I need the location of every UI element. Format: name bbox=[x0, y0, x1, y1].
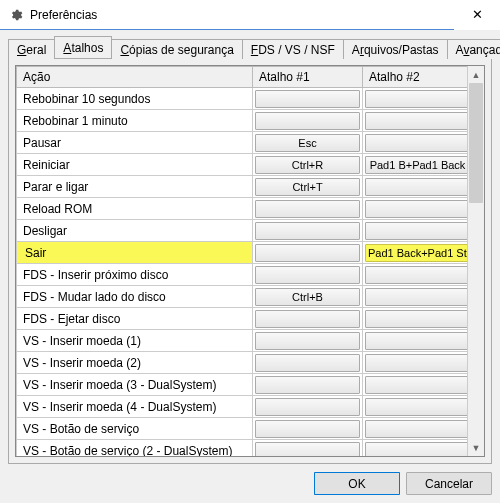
table-row[interactable]: Reload ROM bbox=[17, 198, 468, 220]
tab-2[interactable]: Cópias de segurança bbox=[111, 39, 242, 59]
shortcut1-cell[interactable] bbox=[253, 374, 363, 396]
shortcut2-cell[interactable]: Pad1 Back+Pad1 Start bbox=[363, 242, 468, 264]
shortcut2-cell[interactable] bbox=[363, 396, 468, 418]
shortcut-button[interactable] bbox=[365, 354, 467, 372]
shortcut-button[interactable]: Ctrl+T bbox=[255, 178, 360, 196]
shortcut-button[interactable] bbox=[255, 398, 360, 416]
shortcut2-cell[interactable] bbox=[363, 330, 468, 352]
table-row[interactable]: FDS - Ejetar disco bbox=[17, 308, 468, 330]
scroll-up-arrow[interactable]: ▲ bbox=[468, 66, 484, 83]
shortcut2-cell[interactable] bbox=[363, 440, 468, 457]
shortcut-button[interactable] bbox=[255, 354, 360, 372]
vertical-scrollbar[interactable]: ▲ ▼ bbox=[467, 66, 484, 456]
shortcut2-cell[interactable] bbox=[363, 374, 468, 396]
shortcut-button[interactable]: Esc bbox=[255, 134, 360, 152]
shortcut-button[interactable] bbox=[255, 200, 360, 218]
table-row[interactable]: VS - Botão de serviço (2 - DualSystem) bbox=[17, 440, 468, 457]
shortcut-button[interactable] bbox=[365, 376, 467, 394]
table-row[interactable]: Desligar bbox=[17, 220, 468, 242]
shortcut-button[interactable] bbox=[365, 222, 467, 240]
col-action[interactable]: Ação bbox=[17, 67, 253, 88]
shortcut1-cell[interactable] bbox=[253, 264, 363, 286]
shortcut1-cell[interactable]: Ctrl+B bbox=[253, 286, 363, 308]
shortcut-button[interactable] bbox=[255, 222, 360, 240]
shortcut-button[interactable] bbox=[365, 178, 467, 196]
shortcut-button[interactable] bbox=[365, 134, 467, 152]
shortcut-button[interactable]: Ctrl+R bbox=[255, 156, 360, 174]
shortcut2-cell[interactable] bbox=[363, 308, 468, 330]
tab-5[interactable]: Avançado bbox=[447, 39, 500, 59]
table-row[interactable]: VS - Inserir moeda (1) bbox=[17, 330, 468, 352]
col-shortcut2[interactable]: Atalho #2 bbox=[363, 67, 468, 88]
shortcut2-cell[interactable] bbox=[363, 418, 468, 440]
shortcut2-cell[interactable] bbox=[363, 88, 468, 110]
shortcut-button[interactable] bbox=[365, 90, 467, 108]
tab-3[interactable]: FDS / VS / NSF bbox=[242, 39, 344, 59]
shortcut2-cell[interactable] bbox=[363, 286, 468, 308]
table-row[interactable]: VS - Inserir moeda (3 - DualSystem) bbox=[17, 374, 468, 396]
table-row[interactable]: FDS - Inserir próximo disco bbox=[17, 264, 468, 286]
shortcut-button[interactable]: Pad1 B+Pad1 Back bbox=[365, 156, 467, 174]
shortcut2-cell[interactable] bbox=[363, 352, 468, 374]
shortcut1-cell[interactable] bbox=[253, 308, 363, 330]
shortcut-button[interactable] bbox=[255, 420, 360, 438]
shortcut-button[interactable] bbox=[255, 310, 360, 328]
shortcut1-cell[interactable] bbox=[253, 440, 363, 457]
shortcut-button[interactable] bbox=[255, 90, 360, 108]
shortcut-button[interactable] bbox=[365, 332, 467, 350]
shortcut1-cell[interactable] bbox=[253, 330, 363, 352]
table-row[interactable]: Parar e ligarCtrl+T bbox=[17, 176, 468, 198]
shortcut2-cell[interactable] bbox=[363, 110, 468, 132]
shortcut1-cell[interactable]: Ctrl+T bbox=[253, 176, 363, 198]
shortcut2-cell[interactable] bbox=[363, 198, 468, 220]
shortcut-button[interactable] bbox=[255, 266, 360, 284]
shortcut2-cell[interactable] bbox=[363, 132, 468, 154]
shortcut1-cell[interactable] bbox=[253, 110, 363, 132]
tab-1[interactable]: Atalhos bbox=[54, 36, 112, 58]
col-shortcut1[interactable]: Atalho #1 bbox=[253, 67, 363, 88]
shortcut-button[interactable] bbox=[365, 112, 467, 130]
shortcut2-cell[interactable] bbox=[363, 176, 468, 198]
shortcut1-cell[interactable] bbox=[253, 396, 363, 418]
table-row[interactable]: VS - Botão de serviço bbox=[17, 418, 468, 440]
table-row[interactable]: PausarEsc bbox=[17, 132, 468, 154]
shortcut-button[interactable] bbox=[255, 112, 360, 130]
shortcut1-cell[interactable] bbox=[253, 198, 363, 220]
shortcut-button[interactable] bbox=[365, 288, 467, 306]
scroll-track[interactable] bbox=[468, 83, 484, 439]
close-button[interactable]: ✕ bbox=[454, 0, 500, 30]
shortcut-button[interactable] bbox=[365, 398, 467, 416]
table-row[interactable]: ReiniciarCtrl+RPad1 B+Pad1 Back bbox=[17, 154, 468, 176]
shortcut1-cell[interactable] bbox=[253, 220, 363, 242]
table-row[interactable]: VS - Inserir moeda (4 - DualSystem) bbox=[17, 396, 468, 418]
ok-button[interactable]: OK bbox=[314, 472, 400, 495]
shortcut-button[interactable] bbox=[365, 442, 467, 457]
shortcut-button[interactable] bbox=[365, 200, 467, 218]
table-row[interactable]: FDS - Mudar lado do discoCtrl+B bbox=[17, 286, 468, 308]
shortcut-button[interactable]: Ctrl+B bbox=[255, 288, 360, 306]
shortcut-button[interactable] bbox=[255, 244, 360, 262]
shortcut2-cell[interactable] bbox=[363, 264, 468, 286]
cancel-button[interactable]: Cancelar bbox=[406, 472, 492, 495]
table-row[interactable]: SairPad1 Back+Pad1 Start bbox=[17, 242, 468, 264]
shortcut2-cell[interactable]: Pad1 B+Pad1 Back bbox=[363, 154, 468, 176]
shortcut2-cell[interactable] bbox=[363, 220, 468, 242]
tab-4[interactable]: Arquivos/Pastas bbox=[343, 39, 448, 59]
scroll-down-arrow[interactable]: ▼ bbox=[468, 439, 484, 456]
shortcut-button[interactable] bbox=[255, 376, 360, 394]
shortcut-button[interactable] bbox=[255, 442, 360, 457]
shortcut-button[interactable] bbox=[365, 310, 467, 328]
shortcut-button[interactable] bbox=[365, 266, 467, 284]
tab-0[interactable]: Geral bbox=[8, 39, 55, 59]
shortcut1-cell[interactable] bbox=[253, 242, 363, 264]
shortcut1-cell[interactable] bbox=[253, 88, 363, 110]
shortcut1-cell[interactable] bbox=[253, 352, 363, 374]
table-row[interactable]: VS - Inserir moeda (2) bbox=[17, 352, 468, 374]
shortcut1-cell[interactable] bbox=[253, 418, 363, 440]
table-row[interactable]: Rebobinar 1 minuto bbox=[17, 110, 468, 132]
shortcut-button[interactable] bbox=[255, 332, 360, 350]
shortcut1-cell[interactable]: Esc bbox=[253, 132, 363, 154]
shortcut-button[interactable] bbox=[365, 420, 467, 438]
table-row[interactable]: Rebobinar 10 segundos bbox=[17, 88, 468, 110]
shortcut1-cell[interactable]: Ctrl+R bbox=[253, 154, 363, 176]
